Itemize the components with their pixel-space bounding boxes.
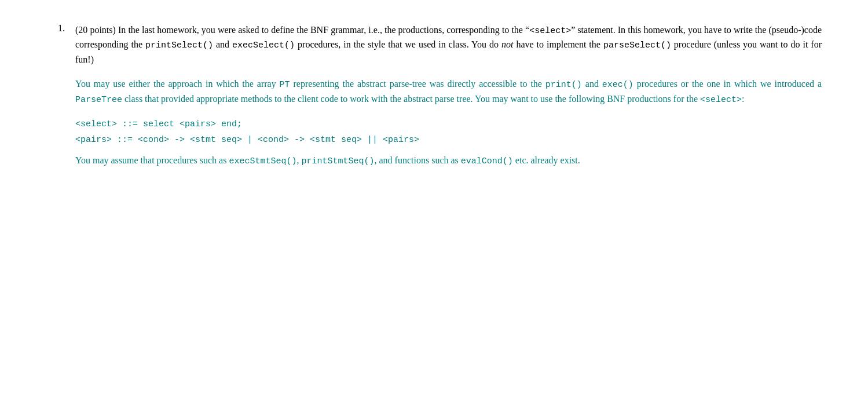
p1-text-after2: procedures, in the style that we used in… (295, 39, 501, 49)
p3-text4: etc. already exist. (513, 155, 580, 165)
p1-execselect: execSelect() (232, 41, 295, 50)
p2-text5: class that provided appropriate methods … (122, 94, 700, 104)
p2-select-tag2: <select> (700, 95, 742, 105)
p3-execstmtseq: execStmtSeq() (229, 156, 296, 166)
p1-text-before: (20 points) In the last homework, you we… (75, 25, 529, 35)
p2-exec: exec() (602, 80, 633, 90)
p1-printselect: printSelect() (145, 41, 213, 50)
p2-text1: You may use either the approach in which… (75, 79, 280, 89)
paragraph-1: (20 points) In the last homework, you we… (75, 23, 822, 67)
p2-pt: PT (280, 80, 290, 90)
p1-and: and (213, 39, 232, 49)
bnf-line-1: <select> ::= select <pairs> end; (75, 117, 822, 132)
p2-text6: : (742, 94, 744, 104)
p1-not: not (501, 39, 513, 49)
bnf-block: <select> ::= select <pairs> end; <pairs>… (75, 117, 822, 148)
p1-text-after3: have to implement the (513, 39, 603, 49)
p2-print: print() (545, 80, 582, 90)
p2-text3: and (582, 79, 602, 89)
question-container: 1. (20 points) In the last homework, you… (58, 23, 822, 168)
p2-parsetree: ParseTree (75, 95, 122, 105)
paragraph-2: You may use either the approach in which… (75, 77, 822, 107)
paragraph-3: You may assume that procedures such as e… (75, 154, 822, 168)
p3-text3: , and functions such as (375, 155, 461, 165)
p1-parseselect: parseSelect() (603, 41, 671, 50)
p2-text4: procedures or the one in which we introd… (633, 79, 822, 89)
question-number: 1. (58, 23, 75, 168)
p3-evalcond: evalCond() (461, 156, 513, 166)
bnf-line-2: <pairs> ::= <cond> -> <stmt seq> | <cond… (75, 133, 822, 148)
p3-printstmtseq: printStmtSeq() (301, 156, 374, 166)
question-content: (20 points) In the last homework, you we… (75, 23, 822, 168)
p3-text1: You may assume that procedures such as (75, 155, 229, 165)
p1-select-tag: <select> (529, 26, 571, 36)
p2-text2: representing the abstract parse-tree was… (290, 79, 545, 89)
